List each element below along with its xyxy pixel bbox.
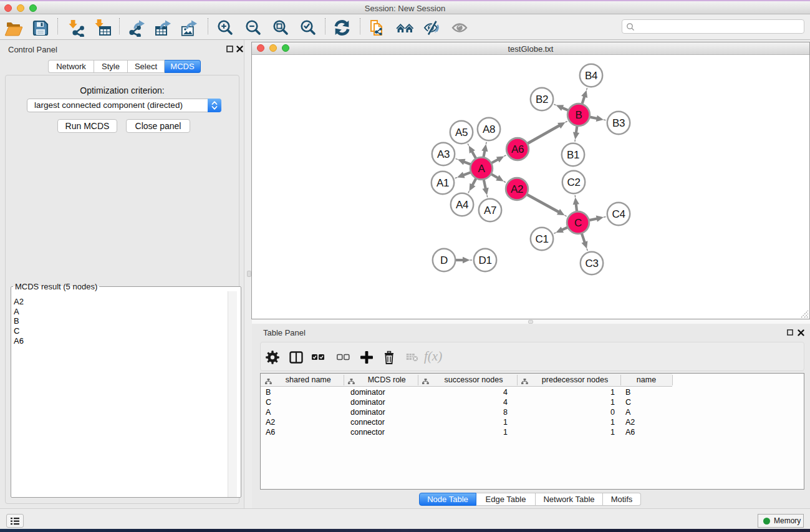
svg-text:A5: A5 — [455, 127, 468, 138]
svg-text:A6: A6 — [511, 143, 524, 155]
svg-text:D1: D1 — [478, 254, 491, 266]
svg-text:C1: C1 — [535, 233, 548, 245]
svg-text:C: C — [574, 217, 582, 229]
svg-text:A1: A1 — [436, 177, 449, 189]
svg-text:C4: C4 — [612, 208, 625, 220]
svg-text:C3: C3 — [585, 258, 598, 269]
svg-text:A: A — [478, 163, 485, 175]
svg-text:B2: B2 — [536, 94, 548, 105]
svg-text:C2: C2 — [567, 177, 580, 188]
svg-text:B4: B4 — [585, 70, 597, 82]
svg-text:A3: A3 — [437, 148, 450, 160]
svg-text:A7: A7 — [484, 205, 496, 216]
svg-text:B3: B3 — [612, 117, 625, 129]
svg-text:A8: A8 — [483, 123, 495, 135]
svg-text:A4: A4 — [456, 199, 468, 211]
svg-text:B1: B1 — [567, 149, 579, 161]
svg-text:D: D — [440, 254, 448, 266]
svg-text:A2: A2 — [511, 183, 523, 195]
svg-text:B: B — [575, 109, 582, 121]
